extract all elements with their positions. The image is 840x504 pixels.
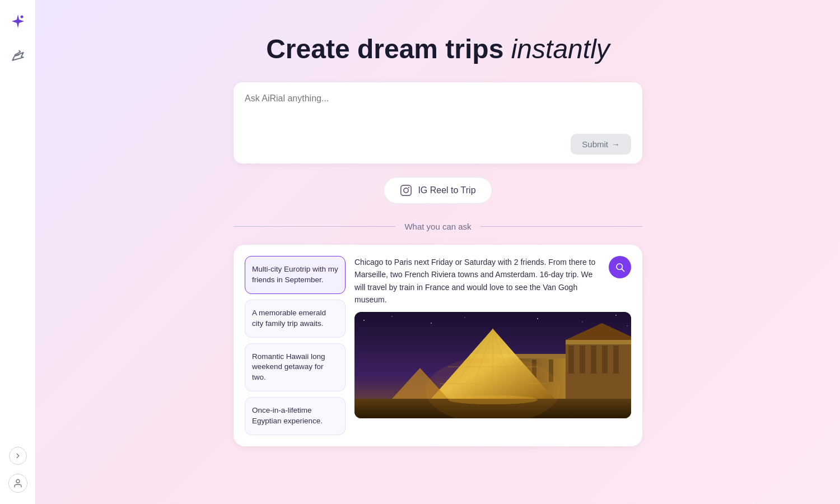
- svg-point-8: [363, 320, 365, 321]
- prompt-card-3[interactable]: Romantic Hawaii long weekend getaway for…: [245, 343, 346, 392]
- svg-point-15: [627, 325, 627, 326]
- divider-label: What you can ask: [404, 222, 471, 231]
- search-box: Submit →: [234, 82, 642, 164]
- svg-point-4: [408, 187, 409, 188]
- examples-card-area: Multi-city Eurotrip with my friends in S…: [234, 245, 642, 446]
- svg-rect-29: [580, 346, 585, 374]
- prompt-cards-list: Multi-city Eurotrip with my friends in S…: [245, 256, 346, 435]
- svg-line-6: [622, 269, 624, 271]
- svg-rect-27: [566, 343, 631, 407]
- search-input[interactable]: [245, 94, 631, 127]
- svg-point-11: [464, 317, 465, 318]
- chevron-right-icon: [14, 452, 22, 460]
- louvre-pyramid-svg: [354, 312, 631, 418]
- svg-point-13: [582, 321, 583, 323]
- svg-point-0: [20, 16, 23, 18]
- svg-rect-2: [401, 185, 411, 195]
- svg-point-12: [537, 318, 538, 319]
- sparkle-icon: [9, 12, 27, 30]
- submit-arrow-icon: →: [612, 139, 620, 149]
- submit-label: Submit: [582, 139, 608, 149]
- user-avatar-button[interactable]: [8, 474, 27, 493]
- svg-rect-31: [602, 346, 608, 374]
- sidebar: [0, 0, 36, 504]
- prompt-card-2[interactable]: A memorable emerald city family trip awa…: [245, 300, 346, 338]
- plane-icon: [11, 48, 25, 62]
- page-title: Create dream trips instantly: [266, 34, 610, 64]
- search-icon: [615, 262, 625, 272]
- collapse-sidebar-button[interactable]: [9, 447, 27, 465]
- svg-rect-28: [568, 346, 574, 374]
- preview-header: Chicago to Paris next Friday or Saturday…: [354, 256, 631, 306]
- section-divider: What you can ask: [234, 222, 642, 231]
- ig-reel-button[interactable]: IG Reel to Trip: [384, 177, 492, 204]
- svg-point-10: [431, 323, 432, 324]
- user-icon: [13, 478, 23, 488]
- prompt-card-1[interactable]: Multi-city Eurotrip with my friends in S…: [245, 256, 346, 294]
- submit-button[interactable]: Submit →: [571, 134, 631, 155]
- svg-rect-30: [591, 346, 596, 374]
- svg-point-9: [391, 316, 393, 317]
- search-submit-button[interactable]: [609, 256, 631, 278]
- prompt-card-4[interactable]: Once-in-a-lifetime Egyptian experience.: [245, 397, 346, 435]
- search-footer: Submit →: [245, 134, 631, 155]
- svg-point-1: [16, 479, 20, 483]
- svg-rect-33: [566, 340, 631, 344]
- svg-rect-32: [613, 346, 619, 374]
- preview-description: Chicago to Paris next Friday or Saturday…: [354, 256, 603, 306]
- plane-nav-button[interactable]: [8, 45, 28, 65]
- destination-image: [354, 312, 631, 418]
- svg-point-3: [404, 188, 408, 193]
- svg-point-14: [615, 315, 617, 316]
- preview-column: Chicago to Paris next Friday or Saturday…: [354, 256, 631, 435]
- instagram-icon: [400, 184, 412, 197]
- divider-right: [480, 226, 642, 227]
- main-content: Create dream trips instantly Submit → IG…: [36, 0, 840, 504]
- logo-button[interactable]: [8, 11, 28, 31]
- divider-left: [234, 226, 395, 227]
- ig-reel-label: IG Reel to Trip: [418, 185, 475, 195]
